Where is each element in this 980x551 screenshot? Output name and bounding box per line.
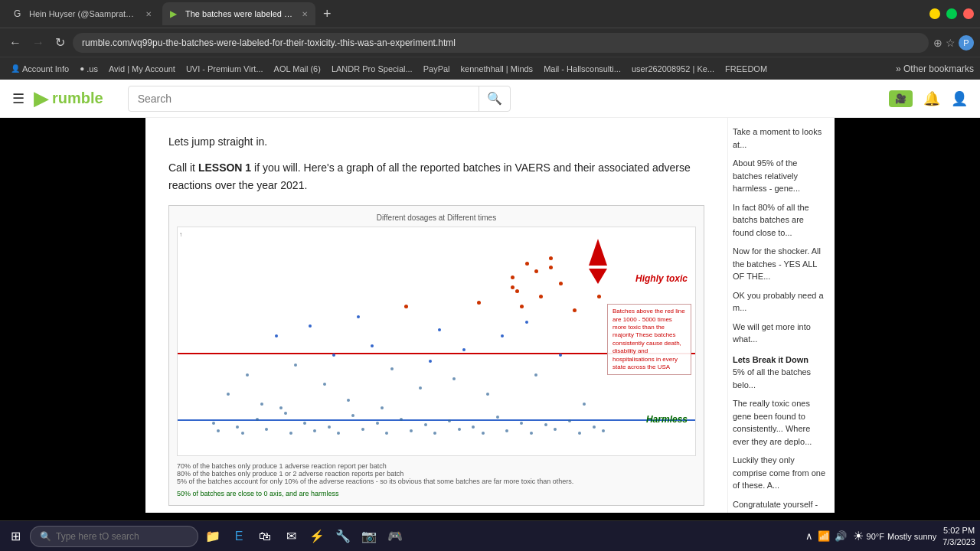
scatter-dot bbox=[328, 425, 331, 429]
sidebar-section-para-2: The really toxic ones gene been found to… bbox=[733, 397, 827, 448]
scatter-dot bbox=[323, 383, 326, 386]
sidebar-para-3: In fact 80% of all the batchs batches ar… bbox=[733, 201, 827, 240]
close-button[interactable] bbox=[963, 8, 974, 19]
bookmark-paypal[interactable]: PayPal bbox=[419, 63, 455, 75]
bookmark-account-info[interactable]: 👤 Account Info bbox=[6, 63, 74, 75]
right-sidebar: Take a moment to looks at... About 95% o… bbox=[727, 118, 835, 513]
scatter-dot bbox=[236, 425, 239, 429]
scatter-dot bbox=[515, 289, 519, 293]
scatter-dot bbox=[511, 285, 514, 289]
scatter-dot bbox=[241, 432, 244, 435]
scatter-dot bbox=[361, 428, 364, 431]
weather-widget: ☀ 90°F Mostly sunny bbox=[853, 529, 937, 543]
tab-2[interactable]: ▶ The batches were labeled fo... ✕ bbox=[162, 2, 315, 25]
scatter-dot bbox=[438, 328, 441, 331]
minimize-button[interactable] bbox=[929, 8, 940, 19]
scatter-dot bbox=[544, 423, 547, 426]
scatter-dot bbox=[419, 386, 422, 390]
start-icon: ⊞ bbox=[11, 529, 21, 543]
main-area: Lets jump straight in. Call it LESSON 1 … bbox=[0, 118, 980, 513]
rumble-logo[interactable]: ▶ rumble bbox=[34, 88, 103, 109]
article-content: Lets jump straight in. Call it LESSON 1 … bbox=[145, 118, 727, 513]
scatter-dot bbox=[549, 266, 553, 269]
taskbar-search[interactable]: 🔍 bbox=[30, 526, 198, 547]
scatter-dot bbox=[433, 432, 436, 435]
back-button[interactable]: ← bbox=[6, 34, 24, 51]
bookmark-landr[interactable]: LANDR Pro Special... bbox=[327, 63, 417, 75]
account-button[interactable]: 👤 bbox=[951, 90, 968, 107]
scatter-dot bbox=[400, 418, 403, 421]
scatter-dot bbox=[424, 423, 427, 426]
tab-1[interactable]: G Hein Huyser (@Saamprater) - G... ✕ bbox=[6, 2, 159, 25]
lesson-label: LESSON 1 bbox=[198, 161, 251, 174]
rumble-menu-button[interactable]: ☰ bbox=[12, 90, 24, 107]
taskbar-mail-icon[interactable]: ✉ bbox=[279, 525, 302, 548]
scatter-dot bbox=[385, 432, 388, 435]
start-button[interactable]: ⊞ bbox=[5, 526, 27, 546]
bookmark-mail[interactable]: Mail - Hallsconsulti... bbox=[539, 63, 626, 75]
sidebar-section-title: Lets Break it Down bbox=[733, 354, 827, 367]
bookmark-minds[interactable]: kennethhall | Minds bbox=[456, 63, 538, 75]
scatter-dot bbox=[448, 419, 451, 422]
scatter-dot bbox=[583, 403, 586, 406]
upload-button[interactable]: 🎥 bbox=[889, 90, 913, 107]
scatter-dot bbox=[486, 393, 489, 396]
rumble-header: ☰ ▶ rumble 🔍 🎥 🔔 👤 bbox=[0, 80, 980, 118]
taskbar-misc4-icon[interactable]: 🎮 bbox=[384, 525, 407, 548]
scatter-dot bbox=[602, 429, 605, 432]
maximize-button[interactable] bbox=[946, 8, 957, 19]
taskbar-search-icon: 🔍 bbox=[40, 531, 51, 542]
more-bookmarks-button[interactable]: » Other bookmarks bbox=[896, 64, 974, 74]
bookmark-aol[interactable]: AOL Mail (6) bbox=[270, 63, 325, 75]
extensions-icon[interactable]: ⊕ bbox=[933, 37, 942, 49]
tray-network-icon[interactable]: 📶 bbox=[818, 530, 830, 542]
profile-icon[interactable]: P bbox=[959, 35, 974, 51]
bookmark-mail-label: Mail - Hallsconsulti... bbox=[544, 64, 621, 73]
bookmark-us[interactable]: ● .us bbox=[75, 63, 103, 75]
tab-2-close[interactable]: ✕ bbox=[302, 10, 308, 18]
bookmark-user[interactable]: user262008952 | Ke... bbox=[627, 63, 719, 75]
bookmark-account-icon: 👤 bbox=[11, 64, 20, 73]
refresh-button[interactable]: ↻ bbox=[52, 34, 68, 51]
bookmark-avid[interactable]: Avid | My Account bbox=[104, 63, 180, 75]
sidebar-para-2: About 95% of the batches relatively harm… bbox=[733, 157, 827, 195]
sidebar-section-para-3: Luckily they only comprise come from one… bbox=[733, 454, 827, 492]
url-input[interactable] bbox=[73, 33, 929, 53]
bookmark-uvi[interactable]: UVI - Premium Virt... bbox=[181, 63, 268, 75]
bookmark-account-label: Account Info bbox=[22, 64, 69, 73]
taskbar-misc1-icon[interactable]: ⚡ bbox=[305, 525, 328, 548]
forward-button[interactable]: → bbox=[29, 34, 47, 51]
new-tab-button[interactable]: + bbox=[318, 6, 336, 22]
taskbar-explorer-icon[interactable]: 📁 bbox=[201, 525, 224, 548]
scatter-dot bbox=[554, 428, 557, 431]
scatter-dot bbox=[573, 308, 577, 312]
tray-speaker-icon[interactable]: 🔊 bbox=[835, 530, 847, 542]
search-input[interactable] bbox=[129, 93, 479, 105]
notifications-button[interactable]: 🔔 bbox=[923, 90, 940, 107]
sidebar-para-6: We will get more into what... bbox=[733, 321, 827, 346]
search-button[interactable]: 🔍 bbox=[479, 86, 510, 111]
scatter-dot bbox=[227, 393, 230, 396]
scatter-dot bbox=[217, 429, 220, 432]
chart-title: Different dosages at Different times bbox=[177, 214, 696, 222]
tray-up-icon[interactable]: ∧ bbox=[805, 530, 813, 542]
bookmark-freedom-label: FREEDOM bbox=[725, 64, 767, 73]
chart-container: Different dosages at Different times ↑ bbox=[168, 205, 704, 506]
taskbar-edge-icon[interactable]: E bbox=[227, 525, 250, 548]
taskbar-store-icon[interactable]: 🛍 bbox=[253, 525, 276, 548]
scatter-dot bbox=[313, 429, 316, 432]
scatter-dot bbox=[303, 422, 306, 425]
taskbar-misc2-icon[interactable]: 🔧 bbox=[332, 525, 354, 548]
scatter-dot bbox=[390, 367, 394, 370]
sidebar-para-5: OK you probably need a m... bbox=[733, 289, 827, 315]
bookmark-us-label: .us bbox=[87, 64, 98, 73]
scatter-dot bbox=[357, 315, 360, 318]
taskbar-search-input[interactable] bbox=[56, 531, 188, 542]
scatter-dot bbox=[337, 432, 340, 435]
star-icon[interactable]: ☆ bbox=[946, 37, 956, 49]
bookmark-minds-label: kennethhall | Minds bbox=[461, 64, 534, 73]
bookmark-freedom[interactable]: FREEDOM bbox=[720, 63, 772, 75]
tab-1-favicon: G bbox=[14, 8, 24, 19]
taskbar-misc3-icon[interactable]: 📷 bbox=[358, 525, 381, 548]
tab-1-close[interactable]: ✕ bbox=[145, 10, 152, 18]
